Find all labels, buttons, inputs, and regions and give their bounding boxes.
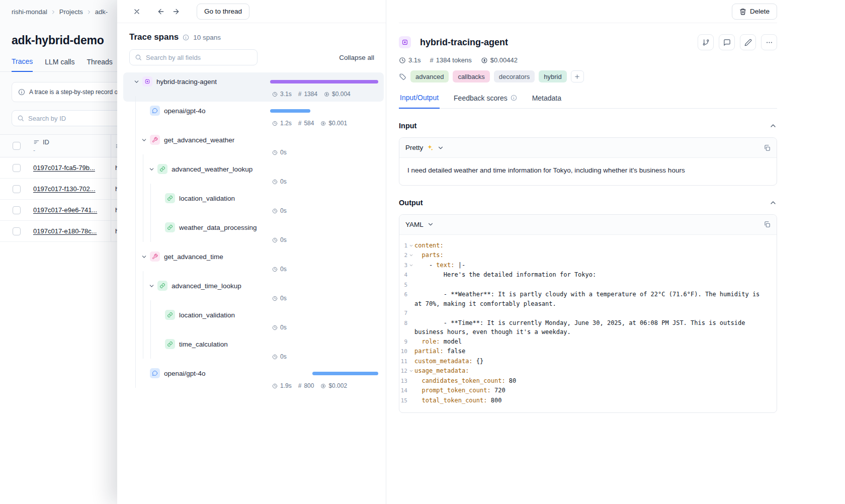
trace-id-link[interactable]: 0197c017-f130-702... bbox=[33, 185, 96, 193]
row-checkbox[interactable] bbox=[13, 185, 21, 193]
tags-list: advancedcallbacksdecoratorshybrid bbox=[410, 70, 567, 82]
fold-chevron-icon[interactable] bbox=[407, 261, 414, 271]
table-row[interactable]: 0197c017-e9e6-741...h bbox=[0, 200, 117, 221]
tab-traces[interactable]: Traces bbox=[12, 57, 33, 72]
span-row[interactable]: advanced_weather_lookup0s bbox=[123, 160, 384, 189]
project-tabs: TracesLLM callsThreads bbox=[0, 47, 117, 72]
breadcrumb-item-workspace[interactable]: rishi-mondal bbox=[12, 8, 47, 16]
go-to-thread-button[interactable]: Go to thread bbox=[197, 4, 249, 20]
search-by-id-input[interactable] bbox=[28, 115, 117, 122]
span-row[interactable]: get_advanced_weather0s bbox=[123, 131, 384, 160]
span-cost: $0.001 bbox=[320, 120, 347, 127]
span-row[interactable]: location_validation0s bbox=[123, 189, 384, 218]
span-name: location_validation bbox=[179, 311, 235, 319]
collapse-all-button[interactable]: Collapse all bbox=[339, 54, 374, 61]
spans-search-input[interactable] bbox=[146, 54, 252, 61]
table-row[interactable]: 0197c017-fca5-79b...h bbox=[0, 157, 117, 179]
fold-chevron-icon[interactable] bbox=[407, 366, 414, 376]
tree-guide-line bbox=[138, 222, 145, 233]
collapse-input-button[interactable] bbox=[769, 122, 777, 130]
fold-spacer bbox=[407, 357, 414, 367]
delete-button[interactable]: Delete bbox=[732, 4, 777, 20]
trash-icon bbox=[739, 8, 746, 15]
trace-id-cell: 0197c017-e180-78c... bbox=[33, 221, 111, 241]
span-row[interactable]: advanced_time_lookup0s bbox=[123, 277, 384, 306]
fold-spacer bbox=[407, 337, 414, 347]
span-row[interactable]: weather_data_processing0s bbox=[123, 218, 384, 247]
tokens-icon: # bbox=[298, 382, 302, 389]
collapse-output-button[interactable] bbox=[769, 199, 777, 207]
tag-hybrid[interactable]: hybrid bbox=[539, 70, 566, 82]
search-by-id[interactable] bbox=[12, 110, 117, 126]
id-column-header[interactable]: ID - bbox=[33, 135, 111, 157]
tags-row: advancedcallbacksdecoratorshybrid bbox=[399, 70, 777, 82]
output-section: Output YAML 1content:2 parts:3 - text: |… bbox=[399, 199, 777, 413]
tab-threads[interactable]: Threads bbox=[87, 57, 112, 71]
column-menu-icon[interactable] bbox=[33, 139, 40, 145]
more-actions-button[interactable] bbox=[761, 34, 777, 50]
tree-guide-line bbox=[138, 163, 145, 175]
span-row[interactable]: hybrid-tracing-agent3.1s#1384$0.004 bbox=[123, 72, 384, 102]
trace-id-cell: 0197c017-e9e6-741... bbox=[33, 200, 111, 220]
code-text: - text: |- bbox=[414, 261, 769, 271]
trace-id-link[interactable]: 0197c017-fca5-79b... bbox=[33, 164, 95, 172]
span-name: location_validation bbox=[179, 195, 235, 202]
tab-metadata[interactable]: Metadata bbox=[531, 94, 562, 108]
spans-search[interactable] bbox=[129, 49, 258, 65]
tab-feedback-scores[interactable]: Feedback scores bbox=[453, 94, 518, 108]
cost-icon bbox=[320, 121, 326, 126]
span-tree: hybrid-tracing-agent3.1s#1384$0.004opena… bbox=[117, 69, 386, 504]
tab-input-output[interactable]: Input/Output bbox=[399, 94, 440, 109]
spans-header: Trace spans 10 spans bbox=[117, 23, 386, 42]
table-row[interactable]: 0197c017-f130-702...h bbox=[0, 179, 117, 200]
trace-spans-panel: Go to thread Trace spans 10 spans Collap… bbox=[117, 0, 386, 504]
tree-guide-line bbox=[130, 105, 138, 116]
code-line: 15 total_token_count: 800 bbox=[400, 396, 769, 406]
trace-id-link[interactable]: 0197c017-e180-78c... bbox=[33, 227, 97, 235]
span-cost: $0.004 bbox=[324, 91, 351, 98]
trace-id-link[interactable]: 0197c017-e9e6-741... bbox=[33, 206, 97, 214]
duration-bar-track bbox=[270, 138, 378, 142]
add-tag-button[interactable] bbox=[571, 70, 584, 82]
tag-advanced[interactable]: advanced bbox=[410, 70, 449, 82]
info-banner-text: A trace is a step-by-step record o bbox=[29, 89, 117, 96]
comment-button[interactable] bbox=[719, 34, 735, 50]
thread-view-button[interactable] bbox=[698, 34, 714, 50]
table-row[interactable]: 0197c017-e180-78c...h bbox=[0, 221, 117, 242]
span-stats: 3.1s#1384$0.004 bbox=[272, 91, 378, 98]
row-checkbox[interactable] bbox=[13, 164, 21, 172]
span-name: advanced_time_lookup bbox=[172, 282, 241, 290]
tag-decorators[interactable]: decorators bbox=[494, 70, 535, 82]
span-row[interactable]: location_validation0s bbox=[123, 306, 384, 335]
copy-output-button[interactable] bbox=[764, 221, 771, 228]
fold-chevron-icon[interactable] bbox=[407, 241, 414, 251]
chevron-down-icon[interactable] bbox=[138, 134, 150, 145]
chevron-down-icon[interactable] bbox=[145, 163, 157, 175]
span-row[interactable]: openai/gpt-4o1.9s#800$0.002 bbox=[123, 364, 384, 393]
output-format-select[interactable]: YAML bbox=[405, 221, 434, 228]
span-row[interactable]: openai/gpt-4o1.2s#584$0.001 bbox=[123, 102, 384, 131]
tokens-icon: # bbox=[430, 56, 434, 64]
edit-button[interactable] bbox=[740, 34, 756, 50]
chevron-down-icon[interactable] bbox=[138, 251, 150, 262]
span-name: weather_data_processing bbox=[179, 224, 257, 231]
code-text bbox=[414, 308, 769, 318]
fold-spacer bbox=[407, 280, 414, 290]
next-trace-button[interactable] bbox=[168, 4, 184, 19]
chevron-down-icon[interactable] bbox=[145, 280, 157, 291]
row-checkbox[interactable] bbox=[13, 206, 21, 214]
fold-chevron-icon[interactable] bbox=[407, 250, 414, 261]
close-button[interactable] bbox=[129, 4, 144, 19]
select-all-checkbox[interactable] bbox=[13, 142, 21, 150]
breadcrumb-item-projects[interactable]: Projects bbox=[59, 8, 83, 16]
span-row[interactable]: time_calculation0s bbox=[123, 335, 384, 364]
tree-guide-line bbox=[138, 309, 145, 320]
row-checkbox[interactable] bbox=[13, 227, 21, 235]
tag-callbacks[interactable]: callbacks bbox=[453, 70, 489, 82]
input-format-select[interactable]: Pretty bbox=[405, 144, 444, 151]
chevron-down-icon[interactable] bbox=[130, 76, 142, 87]
tab-llm-calls[interactable]: LLM calls bbox=[45, 57, 74, 71]
span-row[interactable]: get_advanced_time0s bbox=[123, 247, 384, 277]
copy-input-button[interactable] bbox=[764, 144, 771, 151]
previous-trace-button[interactable] bbox=[153, 4, 168, 19]
